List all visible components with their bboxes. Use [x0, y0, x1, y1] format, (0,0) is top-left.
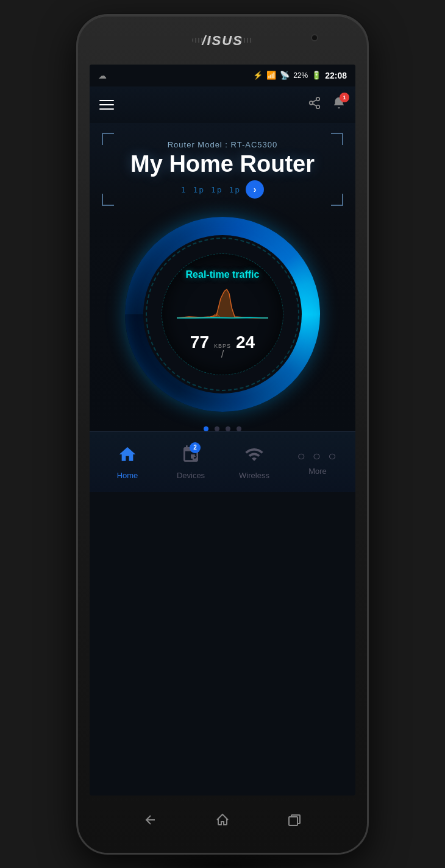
nav-item-wireless[interactable]: Wireless [230, 445, 279, 480]
page-dot-3[interactable] [226, 426, 230, 431]
signal-icon: 📡 [280, 71, 290, 80]
recent-button[interactable] [286, 811, 303, 828]
encrypted-text: 1 1p 1p 1p [181, 185, 241, 194]
phone-shadow [131, 853, 314, 869]
svg-point-2 [316, 105, 320, 109]
bracket-tl [102, 133, 114, 145]
page-dot-1[interactable] [204, 426, 208, 431]
status-left: ☁ [98, 71, 107, 80]
phone-top-bar: /ISUS [78, 16, 367, 65]
battery-level: 22% [293, 71, 308, 80]
kbps-label: KBPS [214, 343, 231, 349]
download-speed: 24 [236, 333, 255, 352]
bluetooth-icon: ⚡ [253, 71, 263, 80]
home-button[interactable] [214, 811, 231, 828]
router-name: My Home Router [120, 152, 325, 177]
traffic-unit: KBPS / [214, 343, 231, 360]
status-right: ⚡ 📶 📡 22% 🔋 22:08 [253, 71, 347, 80]
status-bar: ☁ ⚡ 📶 📡 22% 🔋 22:08 [90, 65, 355, 86]
back-button[interactable] [142, 811, 159, 828]
page-dot-2[interactable] [215, 426, 219, 431]
home-icon [118, 445, 137, 468]
battery-icon: 🔋 [312, 71, 321, 80]
more-icon: ○ ○ ○ [297, 448, 338, 464]
notification-badge: 1 [340, 93, 349, 102]
phone-device: /ISUS ☁ ⚡ 📶 📡 22% 🔋 22:08 [76, 14, 369, 855]
svg-point-0 [316, 97, 320, 101]
bracket-frame: Router Model : RT-AC5300 My Home Router … [102, 133, 343, 206]
more-label: More [308, 467, 327, 476]
phone-controls [78, 796, 367, 844]
bracket-tr [331, 133, 343, 145]
gauge-inner: Real-time traffic [162, 253, 283, 375]
traffic-label: Real-time traffic [186, 269, 260, 280]
nav-item-home[interactable]: Home [103, 445, 152, 480]
devices-label: Devices [177, 471, 205, 480]
encrypted-row: 1 1p 1p 1p › [120, 180, 325, 199]
wifi-icon: 📶 [266, 71, 276, 80]
upload-speed: 77 [190, 333, 209, 352]
wireless-label: Wireless [239, 471, 269, 480]
cloud-icon: ☁ [98, 71, 107, 80]
svg-rect-7 [289, 817, 297, 825]
clock: 22:08 [325, 71, 347, 80]
nav-item-more[interactable]: ○ ○ ○ More [293, 448, 342, 476]
header-right: 1 [308, 96, 346, 113]
share-icon[interactable] [308, 96, 321, 113]
home-label: Home [117, 471, 138, 480]
front-camera [311, 34, 318, 41]
nav-item-devices[interactable]: 2 Devices [166, 445, 215, 480]
traffic-values: 77 KBPS / 24 [190, 333, 255, 360]
hamburger-button[interactable] [99, 100, 114, 110]
main-content: Router Model : RT-AC5300 My Home Router … [90, 123, 355, 432]
svg-line-4 [313, 100, 316, 102]
page-indicators [204, 426, 241, 431]
next-button[interactable]: › [246, 180, 264, 199]
phone-screen: ☁ ⚡ 📶 📡 22% 🔋 22:08 [90, 65, 355, 796]
page-dot-4[interactable] [237, 426, 241, 431]
svg-point-1 [310, 101, 313, 105]
devices-badge: 2 [190, 442, 201, 453]
gauge-container: Real-time traffic [125, 217, 320, 412]
bracket-bl [102, 194, 114, 206]
wireless-icon [244, 445, 264, 468]
app-header: 1 [90, 86, 355, 123]
asus-logo: /ISUS [202, 33, 243, 49]
notification-bell[interactable]: 1 [332, 96, 346, 113]
traffic-gauge-section: Real-time traffic [90, 217, 355, 412]
router-model: Router Model : RT-AC5300 [120, 140, 325, 149]
router-info: Router Model : RT-AC5300 My Home Router … [90, 123, 355, 211]
chart-area [177, 286, 268, 329]
traffic-chart [177, 286, 268, 326]
svg-line-3 [313, 104, 316, 106]
bracket-br [331, 194, 343, 206]
bottom-navigation: Home 2 Devices [90, 431, 355, 492]
